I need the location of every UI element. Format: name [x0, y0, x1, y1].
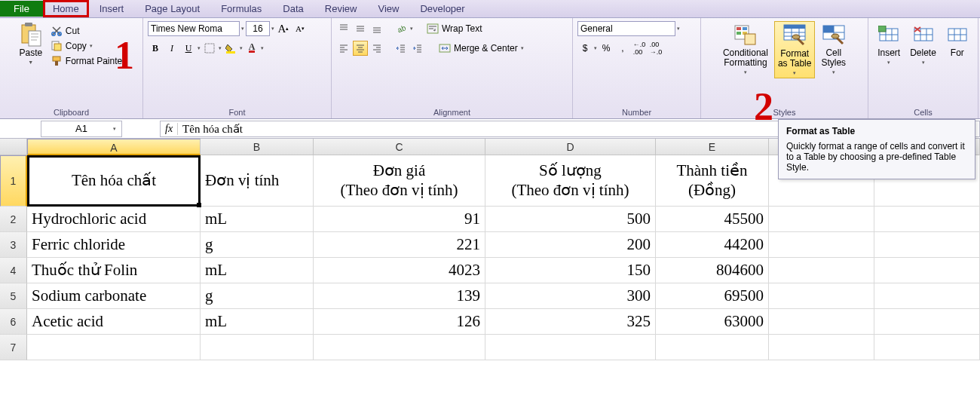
row-header-7[interactable]: 7: [0, 335, 27, 360]
cell-C1[interactable]: Đơn giá (Theo đơn vị tính): [314, 155, 485, 207]
cell-D7[interactable]: [485, 335, 656, 360]
dropdown-caret-icon[interactable]: ▾: [240, 45, 243, 51]
cell-E2[interactable]: 45500: [656, 207, 769, 232]
row-header-6[interactable]: 6: [0, 309, 27, 335]
comma-button[interactable]: ,: [615, 41, 630, 56]
row-header-3[interactable]: 3: [0, 232, 27, 258]
percent-button[interactable]: %: [599, 41, 614, 56]
menu-page-layout[interactable]: Page Layout: [134, 1, 210, 17]
paste-button[interactable]: Paste ▼: [16, 21, 46, 67]
cell-F5[interactable]: [769, 283, 874, 309]
cell-A1[interactable]: Tên hóa chất: [27, 155, 201, 207]
dropdown-caret-icon[interactable]: ▾: [677, 26, 680, 32]
fx-label[interactable]: fx: [161, 123, 178, 135]
copy-button[interactable]: Copy ▾: [49, 39, 127, 53]
cell-C6[interactable]: 126: [314, 309, 485, 335]
cell-D2[interactable]: 500: [485, 207, 656, 232]
cell-C3[interactable]: 221: [314, 232, 485, 258]
select-all-corner[interactable]: [0, 139, 27, 155]
cell-F3[interactable]: [769, 232, 874, 258]
cell-A2[interactable]: Hydrochloric acid: [27, 207, 201, 232]
grow-font-button[interactable]: A▴: [276, 21, 291, 36]
cell-F7[interactable]: [769, 335, 874, 360]
cell-B2[interactable]: mL: [201, 207, 314, 232]
cell-A7[interactable]: [27, 335, 201, 360]
cell-C2[interactable]: 91: [314, 207, 485, 232]
cell-G6[interactable]: [874, 309, 980, 335]
cell-D3[interactable]: 200: [485, 232, 656, 258]
orientation-button[interactable]: ab: [394, 21, 409, 36]
border-button[interactable]: [202, 41, 217, 56]
cell-A4[interactable]: Thuốc thử Folin: [27, 258, 201, 283]
row-header-1[interactable]: 1: [0, 155, 27, 207]
cell-A5[interactable]: Sodium carbonate: [27, 283, 201, 309]
merge-center-button[interactable]: Merge & Center ▾: [437, 41, 525, 55]
shrink-font-button[interactable]: A▾: [292, 21, 308, 36]
col-header-B[interactable]: B: [201, 139, 314, 155]
dropdown-caret-icon[interactable]: ▾: [410, 26, 413, 32]
cell-B3[interactable]: g: [201, 232, 314, 258]
cell-C4[interactable]: 4023: [314, 258, 485, 283]
cell-B1[interactable]: Đơn vị tính: [201, 155, 314, 207]
dropdown-caret-icon[interactable]: ▾: [198, 45, 201, 51]
menu-developer[interactable]: Developer: [409, 1, 475, 17]
conditional-formatting-button[interactable]: Conditional Formatting ▾: [720, 21, 771, 77]
dropdown-caret-icon[interactable]: ▾: [241, 26, 244, 32]
cell-styles-button[interactable]: Cell Styles ▾: [818, 21, 849, 77]
delete-cells-button[interactable]: Delete ▾: [907, 21, 939, 67]
cell-D4[interactable]: 150: [485, 258, 656, 283]
align-bottom-button[interactable]: [369, 21, 384, 36]
cell-A6[interactable]: Acetic acid: [27, 309, 201, 335]
cell-B5[interactable]: g: [201, 283, 314, 309]
dropdown-caret-icon[interactable]: ▾: [219, 45, 222, 51]
align-left-button[interactable]: [336, 41, 351, 56]
cell-F2[interactable]: [769, 207, 874, 232]
col-header-A[interactable]: A: [27, 139, 201, 155]
col-header-E[interactable]: E: [656, 139, 769, 155]
align-center-button[interactable]: [353, 41, 368, 56]
currency-button[interactable]: $: [577, 41, 593, 56]
row-header-4[interactable]: 4: [0, 258, 27, 283]
cell-G7[interactable]: [874, 335, 980, 360]
bold-button[interactable]: B: [148, 41, 163, 56]
menu-home[interactable]: Home: [45, 2, 87, 15]
col-header-C[interactable]: C: [314, 139, 485, 155]
format-as-table-button[interactable]: Format as Table ▾: [774, 21, 815, 78]
cell-B7[interactable]: [201, 335, 314, 360]
wrap-text-button[interactable]: Wrap Text: [425, 22, 484, 35]
cell-G3[interactable]: [874, 232, 980, 258]
format-cells-button[interactable]: For: [942, 21, 972, 60]
cell-B4[interactable]: mL: [201, 258, 314, 283]
format-painter-button[interactable]: Format Painter: [49, 54, 127, 68]
increase-decimal-button[interactable]: ←.0.00: [632, 41, 647, 56]
underline-button[interactable]: U: [181, 41, 196, 56]
cell-E4[interactable]: 804600: [656, 258, 769, 283]
cell-A3[interactable]: Ferric chloride: [27, 232, 201, 258]
cell-E6[interactable]: 63000: [656, 309, 769, 335]
namebox-caret-icon[interactable]: ▾: [113, 126, 116, 132]
decrease-indent-button[interactable]: [394, 41, 409, 56]
dropdown-caret-icon[interactable]: ▾: [594, 45, 597, 51]
cell-C7[interactable]: [314, 335, 485, 360]
cell-D1[interactable]: Số lượng (Theo đơn vị tính): [485, 155, 656, 207]
insert-cells-button[interactable]: Insert ▾: [874, 21, 904, 67]
font-color-button[interactable]: A: [244, 41, 259, 56]
cell-B6[interactable]: mL: [201, 309, 314, 335]
align-right-button[interactable]: [369, 41, 384, 56]
italic-button[interactable]: I: [164, 41, 179, 56]
cell-F6[interactable]: [769, 309, 874, 335]
cell-C5[interactable]: 139: [314, 283, 485, 309]
align-top-button[interactable]: [336, 21, 351, 36]
cut-button[interactable]: Cut: [49, 24, 127, 38]
menu-insert[interactable]: Insert: [89, 1, 135, 17]
font-size-select[interactable]: [246, 21, 270, 36]
cell-G2[interactable]: [874, 207, 980, 232]
cell-E3[interactable]: 44200: [656, 232, 769, 258]
col-header-D[interactable]: D: [485, 139, 656, 155]
menu-data[interactable]: Data: [272, 1, 314, 17]
cell-E1[interactable]: Thành tiền (Đồng): [656, 155, 769, 207]
menu-view[interactable]: View: [367, 1, 409, 17]
menu-formulas[interactable]: Formulas: [210, 1, 272, 17]
cell-E7[interactable]: [656, 335, 769, 360]
dropdown-caret-icon[interactable]: ▾: [271, 26, 274, 32]
